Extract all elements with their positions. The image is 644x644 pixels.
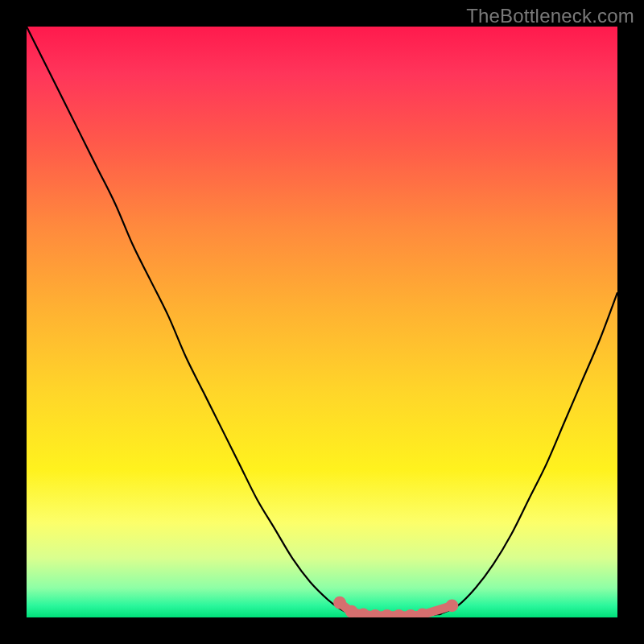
valley-marker — [369, 609, 382, 617]
attribution-text: TheBottleneck.com — [466, 5, 634, 27]
bottleneck-curve — [27, 27, 617, 617]
outer-frame: TheBottleneck.com — [0, 0, 644, 644]
valley-marker — [381, 609, 394, 617]
valley-marker — [446, 599, 459, 612]
valley-marker — [393, 609, 406, 617]
valley-marker — [404, 609, 417, 617]
valley-marker — [333, 597, 346, 609]
curve-group — [27, 27, 617, 617]
chart-svg — [27, 27, 617, 617]
plot-area — [27, 27, 617, 617]
valley-marker — [345, 605, 358, 617]
